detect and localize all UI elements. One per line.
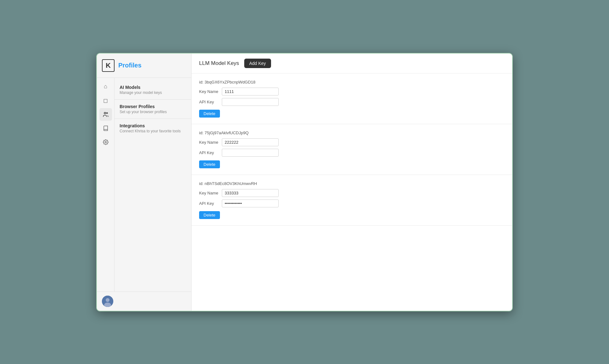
key-name-label-3: Key Name xyxy=(199,191,222,195)
delete-button-1[interactable]: Delete xyxy=(199,110,220,118)
api-key-row-1: API Key xyxy=(199,98,505,106)
svg-point-4 xyxy=(106,298,109,302)
key-name-row-2: Key Name xyxy=(199,138,505,146)
menu-item-integrations-subtitle: Connect Khrisa to your favorite tools xyxy=(120,129,186,133)
sidebar-title: Profiles xyxy=(118,62,141,69)
avatar[interactable] xyxy=(102,296,113,307)
key-name-input-1[interactable] xyxy=(222,88,279,95)
book-nav-icon[interactable] xyxy=(99,122,112,135)
menu-divider-2 xyxy=(115,118,191,119)
key-id-3: id: nBhTSdEc8OV3KhUmwvRH xyxy=(199,181,505,186)
api-key-input-1[interactable] xyxy=(222,98,279,106)
main-content: id: 3bqGX6YxZPbcnpWdGD18 Key Name API Ke… xyxy=(192,73,512,311)
sidebar-header: K Profiles xyxy=(97,54,191,78)
menu-item-ai-models-title: AI Models xyxy=(120,85,186,90)
delete-button-2[interactable]: Delete xyxy=(199,160,220,168)
api-key-label-1: API Key xyxy=(199,100,222,104)
menu-item-browser-profiles-title: Browser Profiles xyxy=(120,104,186,109)
main-header-title: LLM Model Keys xyxy=(199,60,239,66)
settings-nav-icon[interactable] xyxy=(99,136,112,148)
api-key-input-2[interactable] xyxy=(222,149,279,157)
key-block-1: id: 3bqGX6YxZPbcnpWdGD18 Key Name API Ke… xyxy=(192,73,512,124)
main-panel: LLM Model Keys Add Key id: 3bqGX6YxZPbcn… xyxy=(192,54,512,311)
api-key-row-3: API Key xyxy=(199,199,505,207)
key-block-2: id: 75jGj97aAklvfUCDJp9Q Key Name API Ke… xyxy=(192,124,512,175)
menu-item-browser-profiles[interactable]: Browser Profiles Set up your browser pro… xyxy=(115,101,191,117)
svg-point-2 xyxy=(105,141,106,143)
menu-divider-1 xyxy=(115,99,191,100)
profiles-nav-icon[interactable] xyxy=(99,108,112,121)
api-key-label-2: API Key xyxy=(199,150,222,155)
menu-item-ai-models[interactable]: AI Models Manage your model keys xyxy=(115,82,191,98)
key-id-1: id: 3bqGX6YxZPbcnpWdGD18 xyxy=(199,80,505,84)
add-key-button[interactable]: Add Key xyxy=(244,59,271,68)
key-name-row-1: Key Name xyxy=(199,88,505,95)
key-name-row-3: Key Name xyxy=(199,189,505,197)
main-header: LLM Model Keys Add Key xyxy=(192,54,512,73)
key-name-label-1: Key Name xyxy=(199,89,222,94)
key-name-label-2: Key Name xyxy=(199,140,222,145)
sidebar-menu: AI Models Manage your model keys Browser… xyxy=(115,78,191,292)
sidebar: K Profiles ⌂ ◻ xyxy=(97,54,192,311)
api-key-label-3: API Key xyxy=(199,201,222,206)
menu-item-browser-profiles-subtitle: Set up your browser profiles xyxy=(120,110,186,114)
home-nav-icon[interactable]: ⌂ xyxy=(99,80,112,93)
svg-point-0 xyxy=(104,112,106,114)
logo: K xyxy=(102,59,115,72)
sidebar-footer xyxy=(97,292,191,311)
api-key-row-2: API Key xyxy=(199,149,505,157)
sidebar-icon-rail: ⌂ ◻ xyxy=(97,78,115,292)
menu-item-integrations-title: Integrations xyxy=(120,123,186,128)
svg-point-1 xyxy=(106,113,107,113)
menu-item-integrations[interactable]: Integrations Connect Khrisa to your favo… xyxy=(115,120,191,136)
sidebar-content: ⌂ ◻ xyxy=(97,78,191,292)
key-id-2: id: 75jGj97aAklvfUCDJp9Q xyxy=(199,130,505,135)
key-name-input-3[interactable] xyxy=(222,189,279,197)
delete-button-3[interactable]: Delete xyxy=(199,211,220,219)
api-key-input-3[interactable] xyxy=(222,199,279,207)
folder-nav-icon[interactable]: ◻ xyxy=(99,94,112,107)
key-block-3: id: nBhTSdEc8OV3KhUmwvRH Key Name API Ke… xyxy=(192,175,512,226)
key-name-input-2[interactable] xyxy=(222,138,279,146)
menu-item-ai-models-subtitle: Manage your model keys xyxy=(120,90,186,95)
app-window: K Profiles ⌂ ◻ xyxy=(96,53,513,311)
